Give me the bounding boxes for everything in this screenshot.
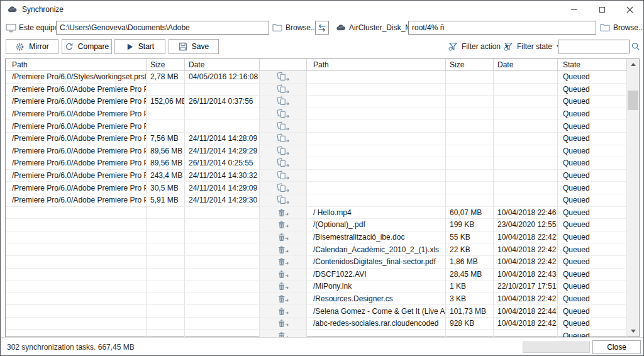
table-row[interactable]: /Calendari_Acadèmic_2010_2_(1).xls 22 KB… — [6, 243, 627, 256]
delete-action-icon — [276, 220, 290, 230]
copy-action-icon — [276, 109, 290, 119]
close-button[interactable]: Close — [592, 340, 641, 354]
action-cell[interactable] — [260, 170, 307, 182]
action-cell[interactable] — [260, 145, 307, 158]
table-row[interactable]: /abc-redes-sociales.rar.cloudencoded 928… — [6, 318, 627, 330]
right-path-cell — [307, 330, 446, 337]
left-path-cell: /Premiere Pro/6.0/Adobe Premiere Pro Pre… — [6, 108, 147, 121]
table-row[interactable]: /Premiere Pro/6.0/Adobe Premiere Pro Pre… — [6, 145, 627, 158]
table-row[interactable]: /Premiere Pro/6.0/Styles/workingset.prsl… — [6, 71, 627, 84]
action-cell[interactable] — [260, 305, 307, 318]
action-cell[interactable] — [260, 293, 307, 306]
table-row[interactable]: / Hello.mp4 60,07 MB 10/04/2018 22:46:07… — [6, 207, 627, 220]
left-date-cell: 26/11/2014 0:37:56 — [185, 96, 260, 108]
action-cell[interactable] — [260, 96, 307, 108]
column-header-right-path[interactable]: Path — [307, 59, 446, 71]
table-row[interactable]: /Premiere Pro/6.0/Adobe Premiere Pro Pre… — [6, 170, 627, 182]
delete-action-icon — [276, 232, 290, 242]
column-header-left-date[interactable]: Date — [185, 59, 260, 71]
state-cell: Queued — [558, 133, 627, 145]
table-row[interactable]: /Bisemestralització_ibe.doc 55 KB 10/04/… — [6, 231, 627, 244]
column-header-action[interactable] — [260, 59, 307, 71]
left-date-cell — [185, 120, 260, 133]
table-row[interactable]: /DSCF1022.AVI 28,45 MB 10/04/2018 22:43:… — [6, 269, 627, 281]
state-cell: Queued — [558, 281, 627, 293]
action-cell[interactable] — [260, 157, 307, 170]
table-row[interactable]: /Premiere Pro/6.0/Adobe Premiere Pro Pre… — [6, 157, 627, 170]
table-row[interactable]: /Premiere Pro/6.0/Adobe Premiere Pro Pre… — [6, 182, 627, 194]
target-browse-button[interactable]: Browse... — [600, 18, 644, 37]
right-date-cell: 23/04/2020 12:55:40 — [494, 219, 558, 231]
close-window-button[interactable] — [616, 1, 643, 18]
right-path-cell — [307, 194, 446, 207]
action-cell[interactable] — [260, 133, 307, 145]
minimize-button[interactable] — [560, 1, 588, 18]
action-cell[interactable] — [260, 182, 307, 194]
action-cell[interactable] — [260, 269, 307, 281]
table-row[interactable]: /(Optional)_.pdf 199 KB 23/04/2020 12:55… — [6, 219, 627, 231]
left-path-cell — [6, 231, 147, 244]
column-header-right-date[interactable]: Date — [494, 59, 558, 71]
action-cell[interactable] — [260, 281, 307, 293]
table-row[interactable]: /Selena Gomez - Come & Get It (Live At T… — [6, 305, 627, 318]
action-cell[interactable] — [260, 207, 307, 220]
column-header-right-size[interactable]: Size — [446, 59, 494, 71]
left-date-cell — [185, 318, 260, 330]
table-row[interactable]: Queued — [6, 330, 627, 337]
state-cell: Queued — [558, 305, 627, 318]
left-size-cell — [147, 108, 185, 121]
scroll-up-button[interactable] — [627, 59, 639, 70]
left-date-cell — [185, 293, 260, 306]
table-row[interactable]: /ContenidosDigitales_final-sector.pdf 1,… — [6, 256, 627, 269]
table-row[interactable]: /Resources.Designer.cs 3 KB 10/04/2018 2… — [6, 293, 627, 306]
maximize-button[interactable] — [588, 1, 616, 18]
right-date-cell — [494, 108, 558, 121]
left-date-cell: 26/11/2014 0:25:55 — [185, 157, 260, 170]
left-date-cell: 24/11/2014 14:29:09 — [185, 182, 260, 194]
scrollbar-thumb[interactable] — [628, 91, 638, 110]
table-row[interactable]: /Premiere Pro/6.0/Adobe Premiere Pro Pre… — [6, 133, 627, 145]
copy-action-icon — [276, 158, 290, 168]
action-cell[interactable] — [260, 256, 307, 269]
right-date-cell — [494, 170, 558, 182]
table-row[interactable]: /Premiere Pro/6.0/Adobe Premiere Pro Pre… — [6, 194, 627, 207]
target-path-input[interactable] — [408, 21, 596, 35]
right-path-cell — [307, 71, 446, 84]
column-header-left-size[interactable]: Size — [147, 59, 185, 71]
table-row[interactable]: /Premiere Pro/6.0/Adobe Premiere Pro Pre… — [6, 84, 627, 96]
action-cell[interactable] — [260, 231, 307, 244]
action-cell[interactable] — [260, 120, 307, 133]
action-cell[interactable] — [260, 243, 307, 256]
right-date-cell: 10/04/2018 22:44:52 — [494, 305, 558, 318]
action-cell[interactable] — [260, 330, 307, 337]
table-row[interactable]: /Premiere Pro/6.0/Adobe Premiere Pro Pre… — [6, 120, 627, 133]
scroll-down-button[interactable] — [627, 326, 639, 337]
table-row[interactable]: /Premiere Pro/6.0/Adobe Premiere Pro Pre… — [6, 96, 627, 108]
filter-action-label: Filter action — [462, 42, 501, 51]
table-row[interactable]: /MiPony.lnk 1 KB 22/10/2017 17:51:20 Que… — [6, 281, 627, 293]
mirror-button[interactable]: Mirror — [6, 39, 58, 54]
action-cell[interactable] — [260, 71, 307, 84]
swap-direction-button[interactable] — [315, 21, 329, 35]
start-button[interactable]: Start — [114, 39, 165, 54]
table-row[interactable]: /Premiere Pro/6.0/Adobe Premiere Pro Pre… — [6, 108, 627, 121]
action-cell[interactable] — [260, 318, 307, 330]
left-path-cell — [6, 256, 147, 269]
right-date-cell — [494, 157, 558, 170]
action-cell[interactable] — [260, 84, 307, 96]
state-cell: Queued — [558, 330, 627, 337]
filter-state-dropdown[interactable]: Filter state — [504, 39, 560, 54]
vertical-scrollbar[interactable] — [627, 59, 639, 337]
source-path-input[interactable] — [56, 21, 269, 35]
column-header-left-path[interactable]: Path — [6, 59, 147, 71]
filter-action-dropdown[interactable]: Filter action — [448, 39, 509, 54]
action-cell[interactable] — [260, 219, 307, 231]
search-input[interactable] — [558, 40, 630, 53]
compare-button[interactable]: Compare — [62, 39, 112, 54]
chevron-up-icon — [631, 63, 636, 66]
action-cell[interactable] — [260, 194, 307, 207]
save-button[interactable]: Save — [169, 39, 219, 54]
action-cell[interactable] — [260, 108, 307, 121]
column-header-state[interactable]: State — [558, 59, 627, 71]
sync-table: Path Size Date Path Size Date State /Pre… — [5, 58, 640, 337]
